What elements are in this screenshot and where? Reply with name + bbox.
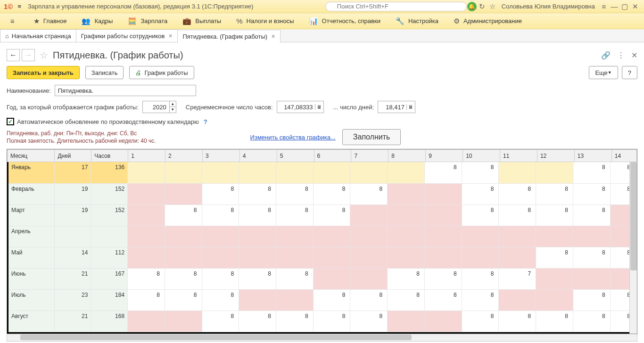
year-down-button[interactable]: ▼: [170, 107, 176, 113]
grid-cell[interactable]: [128, 247, 165, 268]
grid-cell[interactable]: [388, 310, 425, 332]
grid-cell[interactable]: 8: [239, 310, 276, 332]
history-icon[interactable]: ↻: [477, 2, 487, 11]
menu-main[interactable]: ★Главное: [26, 13, 74, 29]
grid-cell[interactable]: 8: [313, 204, 350, 226]
grid-cell[interactable]: Январь: [8, 162, 54, 183]
grid-cell[interactable]: [388, 226, 425, 247]
grid-cell[interactable]: 21: [54, 268, 91, 289]
grid-cell[interactable]: [165, 247, 202, 268]
grid-cell[interactable]: [462, 226, 499, 247]
grid-cell[interactable]: [239, 162, 276, 183]
grid-cell[interactable]: [424, 204, 462, 226]
grid-cell[interactable]: 19: [54, 204, 91, 226]
edit-properties-link[interactable]: Изменить свойства графика...: [250, 134, 336, 141]
grid-cell[interactable]: 8: [350, 310, 388, 332]
grid-cell[interactable]: 8: [239, 204, 276, 226]
col-header[interactable]: 14: [611, 150, 636, 162]
grid-cell[interactable]: [536, 289, 573, 310]
grid-cell[interactable]: 167: [91, 268, 128, 289]
col-header[interactable]: 5: [277, 150, 314, 162]
grid-cell[interactable]: [128, 183, 165, 204]
grid-cell[interactable]: 8: [536, 310, 573, 332]
grid-cell[interactable]: 8: [128, 289, 165, 310]
grid-cell[interactable]: 8: [462, 289, 499, 310]
menu-kadry[interactable]: 👥Кадры: [74, 13, 120, 29]
nav-back-button[interactable]: ←: [7, 49, 20, 61]
grid-cell[interactable]: Март: [8, 204, 54, 226]
grid-cell[interactable]: 136: [91, 162, 128, 183]
schedule-grid[interactable]: МесяцДнейЧасов1234567891011121314 Январь…: [7, 149, 637, 334]
col-header[interactable]: 4: [239, 150, 277, 162]
grid-cell[interactable]: 8: [424, 162, 462, 183]
col-header[interactable]: Дней: [55, 150, 91, 162]
grid-cell[interactable]: [388, 183, 425, 204]
grid-cell[interactable]: 8: [276, 268, 314, 289]
grid-cell[interactable]: [276, 247, 314, 268]
grid-cell[interactable]: 8: [276, 310, 314, 332]
grid-cell[interactable]: [536, 162, 573, 183]
grid-cell[interactable]: [165, 162, 202, 183]
minimize-icon[interactable]: —: [609, 2, 619, 10]
grid-cell[interactable]: [313, 247, 350, 268]
name-input[interactable]: [55, 85, 196, 96]
grid-cell[interactable]: [202, 247, 239, 268]
grid-cell[interactable]: 8: [276, 204, 314, 226]
grid-cell[interactable]: Февраль: [8, 183, 54, 204]
grid-cell[interactable]: 19: [54, 183, 91, 204]
grid-cell[interactable]: 152: [91, 204, 128, 226]
grid-cell[interactable]: 8: [350, 289, 388, 310]
grid-cell[interactable]: [573, 268, 610, 289]
grid-cell[interactable]: 8: [424, 289, 462, 310]
grid-cell[interactable]: [388, 204, 425, 226]
settings-icon[interactable]: ≡: [599, 2, 609, 10]
grid-cell[interactable]: 152: [91, 183, 128, 204]
grid-cell[interactable]: 7: [499, 268, 536, 289]
grid-cell[interactable]: 184: [91, 289, 128, 310]
grid-cell[interactable]: [54, 226, 91, 247]
col-header[interactable]: 3: [202, 150, 239, 162]
fill-button[interactable]: Заполнить: [342, 129, 401, 145]
grid-cell[interactable]: 8: [462, 204, 499, 226]
avg-days-input[interactable]: [378, 101, 406, 113]
grid-cell[interactable]: [165, 226, 202, 247]
menu-toggle[interactable]: ≡: [3, 13, 26, 29]
grid-cell[interactable]: 8: [462, 162, 499, 183]
grid-cell[interactable]: [128, 162, 165, 183]
grid-cell[interactable]: 14: [54, 247, 91, 268]
bell-icon[interactable]: 🔔: [467, 2, 477, 11]
favorite-icon[interactable]: ☆: [487, 2, 498, 11]
grid-cell[interactable]: [239, 226, 276, 247]
grid-cell[interactable]: [276, 289, 314, 310]
col-header[interactable]: 2: [165, 150, 203, 162]
menu-admin[interactable]: ⚙Администрирование: [446, 13, 529, 29]
grid-cell[interactable]: 8: [462, 183, 499, 204]
tab-current[interactable]: Пятидневка. (График работы)✕: [177, 30, 281, 42]
grid-cell[interactable]: 8: [202, 183, 239, 204]
grid-cell[interactable]: 8: [313, 183, 350, 204]
grid-cell[interactable]: [313, 162, 350, 183]
more-button[interactable]: Еще ▼: [589, 66, 618, 79]
grid-cell[interactable]: [165, 310, 202, 332]
grid-cell[interactable]: 8: [202, 268, 239, 289]
grid-cell[interactable]: 23: [54, 289, 91, 310]
grid-cell[interactable]: 112: [91, 247, 128, 268]
grid-cell[interactable]: 8: [573, 183, 610, 204]
tab-schedules[interactable]: Графики работы сотрудников✕: [76, 29, 178, 42]
grid-cell[interactable]: 8: [424, 268, 462, 289]
col-header[interactable]: Месяц: [8, 150, 55, 162]
grid-cell[interactable]: [313, 268, 350, 289]
grid-cell[interactable]: 168: [91, 310, 128, 332]
grid-cell[interactable]: [276, 226, 314, 247]
grid-cell[interactable]: [202, 226, 239, 247]
grid-cell[interactable]: [573, 226, 610, 247]
grid-cell[interactable]: 8: [462, 310, 499, 332]
grid-cell[interactable]: Май: [8, 247, 54, 268]
grid-cell[interactable]: [350, 204, 388, 226]
grid-cell[interactable]: [239, 247, 276, 268]
grid-cell[interactable]: Июнь: [8, 268, 54, 289]
col-header[interactable]: 8: [388, 150, 426, 162]
grid-cell[interactable]: 8: [499, 310, 536, 332]
year-input[interactable]: [143, 101, 169, 113]
close-tab-icon[interactable]: ✕: [168, 33, 173, 39]
